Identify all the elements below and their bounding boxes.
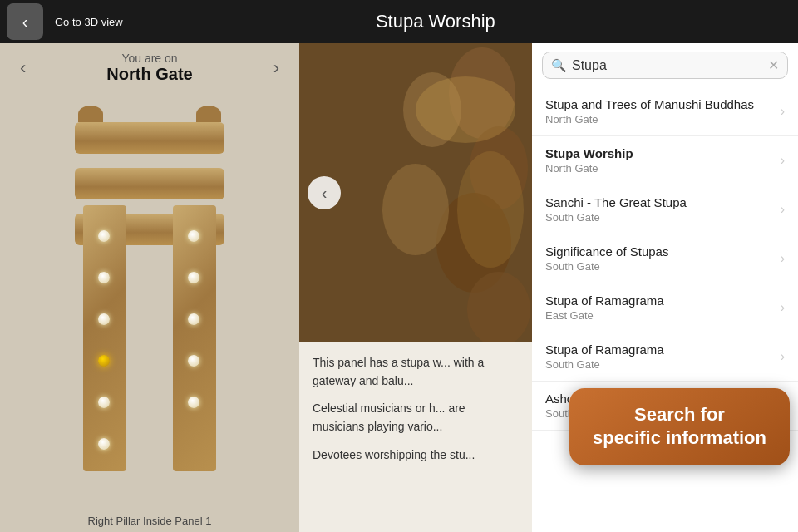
result-title: Stupa of Ramagrama xyxy=(545,342,774,357)
dot-r2 xyxy=(188,272,200,283)
search-clear-button[interactable]: ✕ xyxy=(768,57,779,73)
you-are-on-label: You are on xyxy=(106,52,192,65)
result-item[interactable]: Stupa of Ramagrama East Gate › xyxy=(532,283,798,332)
text-para-1: This panel has a stupa w... with a gatew… xyxy=(313,354,519,390)
result-subtitle: North Gate xyxy=(545,162,774,175)
result-text: Sanchi - The Great Stupa South Gate xyxy=(545,195,774,224)
top-left-finial xyxy=(78,106,103,122)
result-item[interactable]: Stupa and Trees of Manushi Buddhas North… xyxy=(532,87,798,136)
panel-label: Right Pillar Inside Panel 1 xyxy=(88,515,212,532)
dot-3 xyxy=(98,313,110,325)
tooltip-bubble: Search for specific information xyxy=(569,388,790,466)
stupa-image-area xyxy=(0,87,299,515)
pillar-left xyxy=(83,205,126,471)
main-panel: ‹ This panel has a stupa w... with a gat… xyxy=(299,43,532,532)
result-title: Significance of Stupas xyxy=(545,244,774,259)
dot-1 xyxy=(98,230,110,242)
page-title: Stupa Worship xyxy=(123,11,748,32)
prev-gate-button[interactable]: ‹ xyxy=(13,54,32,82)
result-text: Stupa Worship North Gate xyxy=(545,146,774,175)
result-item[interactable]: Stupa of Ramagrama South Gate › xyxy=(532,332,798,382)
text-para-3: Devotees worshipping the stu... xyxy=(313,446,519,465)
result-title: Stupa Worship xyxy=(545,146,774,160)
result-text: Stupa of Ramagrama East Gate xyxy=(545,293,774,322)
pillar-right xyxy=(173,205,216,471)
header: ‹ Go to 3D view Stupa Worship xyxy=(0,0,798,43)
text-para-2: Celestial musicians or h... are musician… xyxy=(313,400,519,436)
gate-label: You are on North Gate xyxy=(106,52,192,84)
back-button[interactable]: ‹ xyxy=(7,3,43,40)
artifact-image: ‹ xyxy=(299,43,532,342)
dot-r1 xyxy=(188,230,200,242)
tooltip-line1: Search for xyxy=(634,404,725,425)
result-chevron-icon: › xyxy=(781,300,785,315)
result-title: Sanchi - The Great Stupa xyxy=(545,195,774,209)
result-item[interactable]: Significance of Stupas South Gate › xyxy=(532,234,798,283)
search-bar: 🔍 ✕ xyxy=(542,52,788,79)
gate-name: North Gate xyxy=(106,65,192,84)
crossbar-mid xyxy=(75,168,224,200)
dot-amber xyxy=(98,355,110,367)
result-subtitle: South Gate xyxy=(545,211,774,224)
result-subtitle: South Gate xyxy=(545,358,774,371)
search-input[interactable] xyxy=(572,58,768,73)
tooltip-line2: specific information xyxy=(593,427,766,448)
result-subtitle: East Gate xyxy=(545,309,774,322)
dot-5 xyxy=(98,397,110,408)
search-icon: 🔍 xyxy=(551,58,567,73)
result-chevron-icon: › xyxy=(781,349,785,364)
dot-6 xyxy=(98,438,110,450)
result-chevron-icon: › xyxy=(781,104,785,119)
result-chevron-icon: › xyxy=(781,153,785,168)
result-text: Stupa and Trees of Manushi Buddhas North… xyxy=(545,97,774,126)
result-subtitle: South Gate xyxy=(545,260,774,273)
svg-point-9 xyxy=(416,76,515,143)
next-gate-button[interactable]: › xyxy=(267,54,286,82)
svg-point-10 xyxy=(457,151,524,268)
text-content: This panel has a stupa w... with a gatew… xyxy=(299,342,532,485)
result-text: Significance of Stupas South Gate xyxy=(545,244,774,273)
dot-r5 xyxy=(188,397,200,408)
dot-r4 xyxy=(188,355,200,367)
result-title: Stupa and Trees of Manushi Buddhas xyxy=(545,97,774,111)
dot-2 xyxy=(98,272,110,283)
result-text: Stupa of Ramagrama South Gate xyxy=(545,342,774,371)
dot-r3 xyxy=(188,313,200,325)
image-prev-button[interactable]: ‹ xyxy=(308,176,341,209)
result-item[interactable]: Sanchi - The Great Stupa South Gate › xyxy=(532,185,798,234)
result-item[interactable]: Stupa Worship North Gate › xyxy=(532,136,798,185)
top-right-finial xyxy=(196,106,221,122)
result-subtitle: North Gate xyxy=(545,113,774,126)
result-title: Stupa of Ramagrama xyxy=(545,293,774,308)
crossbar-top xyxy=(75,122,224,154)
back-icon: ‹ xyxy=(22,12,28,32)
gate-navigation: ‹ You are on North Gate › xyxy=(0,43,299,87)
left-panel: ‹ You are on North Gate › xyxy=(0,43,299,532)
go-to-3d-label: Go to 3D view xyxy=(55,16,123,28)
stupa-gate-illustration xyxy=(58,122,241,471)
result-chevron-icon: › xyxy=(781,251,785,266)
result-chevron-icon: › xyxy=(781,202,785,217)
